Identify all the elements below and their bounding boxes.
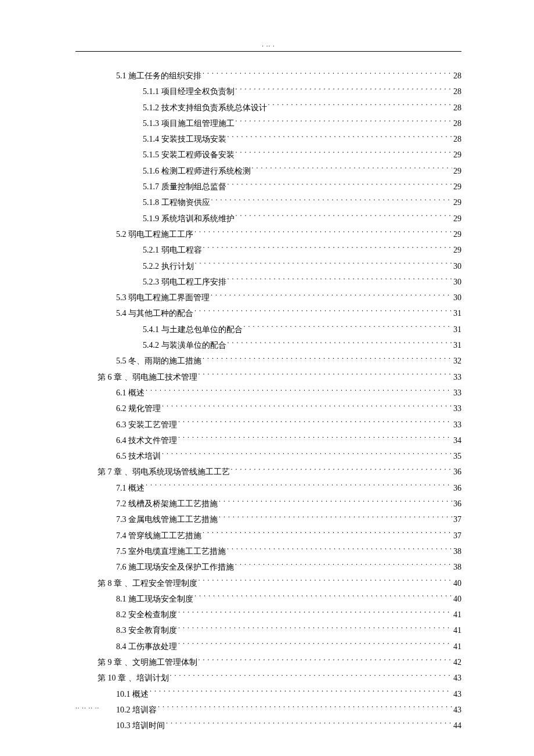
toc-entry: 8.2 安全检查制度41	[98, 607, 461, 622]
toc-leader-dots	[227, 546, 452, 554]
toc-entry-page: 33	[453, 385, 461, 401]
toc-entry-page: 29	[453, 179, 461, 195]
toc-entry-page: 30	[453, 290, 461, 305]
header-rule	[75, 51, 461, 52]
toc-entry-label: 第 9 章 、文明施工管理体制	[98, 654, 197, 670]
toc-entry-page: 38	[453, 543, 461, 559]
toc-entry: 5.3 弱电工程施工界面管理30	[98, 290, 461, 305]
toc-entry-label: 5.2.2 执行计划	[143, 258, 194, 274]
toc-entry-page: 41	[453, 639, 461, 654]
toc-entry: 5.2 弱电工程施工工序29	[98, 226, 461, 242]
toc-entry-label: 8.1 施工现场安全制度	[116, 591, 193, 607]
toc-entry: 5.1.9 系统培训和系统维护29	[98, 211, 461, 226]
toc-entry: 5.1.1 项目经理全权负责制28	[98, 84, 461, 99]
toc-leader-dots	[194, 229, 452, 237]
toc-entry-page: 40	[453, 591, 461, 607]
toc-entry: 5.2.1 弱电工程容29	[98, 242, 461, 258]
toc-leader-dots	[178, 625, 452, 633]
toc-entry-label: 5.2.1 弱电工程容	[143, 242, 202, 258]
toc-entry-page: 42	[453, 654, 461, 670]
toc-entry: 5.1.6 检测工程师进行系统检测29	[98, 163, 461, 179]
toc-entry: 7.4 管穿线施工工艺措施37	[98, 528, 461, 543]
toc-leader-dots	[170, 672, 453, 681]
toc-entry: 5.1 施工任务的组织安排28	[98, 68, 461, 84]
toc-entry-page: 36	[453, 496, 461, 512]
toc-entry-label: 5.2.3 弱电工程工序安排	[143, 274, 226, 290]
toc-entry: 5.5 冬、雨期的施工措施32	[98, 353, 461, 369]
toc-leader-dots	[199, 657, 453, 665]
toc-leader-dots	[178, 609, 452, 617]
toc-leader-dots	[228, 340, 453, 348]
toc-entry-page: 33	[453, 417, 461, 433]
toc-leader-dots	[178, 641, 452, 649]
toc-entry-label: 10.3 培训时间	[116, 718, 165, 733]
toc-entry-page: 43	[453, 670, 461, 686]
toc-entry-page: 29	[453, 226, 461, 242]
toc-entry-page: 31	[453, 337, 461, 353]
toc-entry-label: 5.1.8 工程物资供应	[143, 195, 210, 210]
toc-entry-label: 6.1 概述	[116, 385, 145, 401]
toc-entry-page: 29	[453, 242, 461, 258]
toc-leader-dots	[146, 483, 452, 491]
toc-entry: 5.4.1 与土建总包单位的配合31	[98, 322, 461, 337]
toc-leader-dots	[203, 244, 453, 253]
toc-leader-dots	[146, 387, 452, 395]
toc-leader-dots	[268, 102, 453, 110]
toc-entry: 10.3 培训时间44	[98, 718, 461, 733]
toc-entry-page: 40	[453, 575, 461, 591]
toc-leader-dots	[244, 324, 453, 332]
toc-leader-dots	[236, 213, 453, 221]
toc-entry: 6.3 安装工艺管理33	[98, 417, 461, 433]
toc-entry-page: 36	[453, 464, 461, 480]
toc-entry: 8.3 安全教育制度41	[98, 622, 461, 638]
toc-entry-label: 5.1.3 项目施工组管理施工	[143, 116, 234, 131]
toc-entry-label: 5.4 与其他工种的配合	[116, 305, 193, 321]
toc-entry-page: 28	[453, 116, 461, 131]
toc-leader-dots	[236, 149, 453, 157]
toc-leader-dots	[150, 689, 452, 697]
toc-entry: 5.1.3 项目施工组管理施工28	[98, 116, 461, 131]
toc-leader-dots	[211, 197, 453, 205]
toc-entry-page: 31	[453, 305, 461, 321]
footer-dots: .. .. .. ..	[75, 703, 461, 710]
toc-entry-label: 第 6 章 、弱电施工技术管理	[98, 369, 197, 385]
toc-entry: 第 9 章 、文明施工管理体制42	[98, 654, 461, 670]
toc-leader-dots	[219, 498, 452, 506]
toc-entry-label: 5.5 冬、雨期的施工措施	[116, 353, 201, 369]
toc-entry-label: 7.5 室外电缆直埋施工工艺措施	[116, 543, 226, 559]
toc-entry: 5.1.8 工程物资供应29	[98, 195, 461, 210]
toc-leader-dots	[236, 118, 453, 126]
toc-entry: 7.5 室外电缆直埋施工工艺措施38	[98, 543, 461, 559]
toc-entry-page: 28	[453, 131, 461, 147]
toc-entry-page: 35	[453, 448, 461, 464]
toc-leader-dots	[228, 276, 453, 285]
toc-leader-dots	[199, 372, 453, 380]
toc-entry-label: 7.6 施工现场安全及保护工作措施	[116, 559, 234, 575]
toc-leader-dots	[203, 70, 452, 78]
header-dots: . .. .	[75, 41, 461, 51]
toc-entry-page: 28	[453, 100, 461, 116]
toc-entry-label: 5.1.9 系统培训和系统维护	[143, 211, 234, 226]
toc-entry: 5.4.2 与装潢单位的配合31	[98, 337, 461, 353]
toc-leader-dots	[252, 165, 453, 174]
toc-entry-label: 5.4.1 与土建总包单位的配合	[143, 322, 243, 337]
toc-entry: 7.1 概述36	[98, 480, 461, 496]
toc-entry: 6.5 技术培训35	[98, 448, 461, 464]
toc-entry: 第 10 章 、培训计划43	[98, 670, 461, 686]
toc-leader-dots	[236, 86, 453, 94]
toc-leader-dots	[203, 530, 452, 538]
toc-entry: 5.1.2 技术支持组负责系统总体设计28	[98, 100, 461, 116]
toc-entry: 5.4 与其他工种的配合31	[98, 305, 461, 321]
toc-entry: 5.1.7 质量控制组总监督29	[98, 179, 461, 195]
document-page: . .. . 5.1 施工任务的组织安排285.1.1 项目经理全权负责制285…	[0, 0, 534, 756]
toc-entry-label: 6.2 规化管理	[116, 401, 161, 416]
toc-entry-page: 29	[453, 163, 461, 179]
toc-entry: 6.4 技术文件管理34	[98, 433, 461, 448]
toc-leader-dots	[162, 403, 452, 411]
toc-leader-dots	[228, 181, 453, 189]
toc-entry-label: 6.3 安装工艺管理	[116, 417, 177, 433]
toc-leader-dots	[178, 419, 452, 427]
toc-leader-dots	[166, 720, 452, 728]
toc-leader-dots	[194, 308, 452, 316]
toc-entry-label: 7.2 线槽及桥架施工工艺措施	[116, 496, 218, 512]
